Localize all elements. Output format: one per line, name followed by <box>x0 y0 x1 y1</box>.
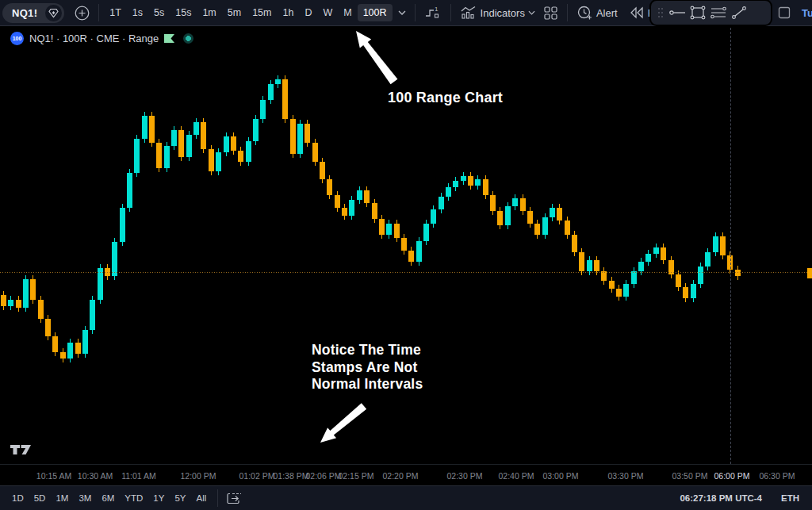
time-label: 02:30 PM <box>447 471 483 481</box>
candle-down <box>304 120 310 147</box>
time-label: 06:00 PM <box>714 471 750 481</box>
candle-down <box>335 191 340 212</box>
candle-up <box>431 205 436 228</box>
timeframe-M[interactable]: M <box>338 4 357 21</box>
candle-down <box>579 248 584 275</box>
timeframe-D[interactable]: D <box>299 4 317 21</box>
timeframe-1s[interactable]: 1s <box>127 4 148 21</box>
timeframe-1T[interactable]: 1T <box>104 4 127 21</box>
market-status-dot-icon[interactable] <box>183 33 193 44</box>
candle-up <box>127 169 132 212</box>
time-label: 10:30 AM <box>78 471 113 481</box>
parallel-channel-tool-icon[interactable] <box>708 2 729 23</box>
candle-down <box>497 207 503 229</box>
annotation-line-2: Stamps Are Not <box>312 359 423 377</box>
candle-down <box>156 139 162 172</box>
timeframe-100R[interactable]: 100R <box>358 4 393 21</box>
symbol-detail-gem-icon[interactable] <box>45 5 62 21</box>
timeframe-15s[interactable]: 15s <box>170 4 197 21</box>
range-bar-style-button[interactable]: 1 <box>420 2 446 24</box>
chart-legend[interactable]: 100 NQ1! · 100R · CME · Range <box>10 32 193 45</box>
timeframe-5s[interactable]: 5s <box>148 4 170 21</box>
candle-down <box>483 175 488 199</box>
candle-down <box>1 291 6 310</box>
candle-up <box>505 202 511 229</box>
candle-down <box>312 139 318 166</box>
square-tool-icon[interactable] <box>774 2 795 24</box>
timeframe-1h[interactable]: 1h <box>278 4 300 21</box>
time-label: 03:50 PM <box>672 471 708 481</box>
candle-up <box>713 232 718 256</box>
candle-down <box>45 315 51 340</box>
timeframe-1m[interactable]: 1m <box>197 4 221 21</box>
indicators-icon <box>460 6 477 21</box>
annotation-line-1: Notice The Time <box>312 342 423 359</box>
toolbar-divider <box>450 4 451 21</box>
alert-button[interactable]: Alert <box>573 2 625 24</box>
indicators-chevron-icon <box>528 10 535 15</box>
range-5Y[interactable]: 5Y <box>170 491 190 505</box>
time-label: 03:00 PM <box>543 471 579 481</box>
legend-title[interactable]: NQ1! · 100R · CME · Range <box>29 33 159 44</box>
time-label: 01:02 PM <box>239 471 275 481</box>
go-to-date-button[interactable] <box>223 487 246 509</box>
clock-label[interactable]: 06:27:18 PM UTC-4 <box>680 493 762 503</box>
tradingview-app: 100 Range Chart Notice The Time Stamps A… <box>0 0 812 510</box>
candle-down <box>676 270 681 291</box>
symbol-search[interactable]: NQ1! <box>2 3 64 23</box>
candle-up <box>349 196 354 220</box>
candle-down <box>16 296 21 312</box>
toolbar-divider <box>567 4 568 21</box>
candle-up <box>23 275 29 312</box>
timeframe-W[interactable]: W <box>317 4 338 21</box>
trend-line-tool-icon[interactable] <box>729 2 749 23</box>
time-label: 03:30 PM <box>608 471 644 481</box>
chart-canvas[interactable] <box>0 0 812 510</box>
candle-up <box>623 280 629 301</box>
timeframe-group: 1T1s5s15s1m5m15m1hDWM100R <box>104 4 392 21</box>
alert-clock-icon <box>576 5 593 21</box>
candle-up <box>82 326 88 358</box>
candle-up <box>193 118 199 139</box>
range-6M[interactable]: 6M <box>98 491 118 505</box>
candle-up <box>357 186 362 204</box>
range-3M[interactable]: 3M <box>75 491 95 505</box>
horizontal-ray-tool-icon[interactable] <box>667 2 688 23</box>
candle-down <box>209 145 214 175</box>
candle-up <box>67 339 73 362</box>
timeframe-15m[interactable]: 15m <box>247 4 277 21</box>
range-All[interactable]: All <box>193 491 211 505</box>
candle-up <box>297 120 303 158</box>
range-5D[interactable]: 5D <box>30 491 50 505</box>
candle-up <box>446 183 451 201</box>
candle-up <box>691 280 696 302</box>
candle-down <box>668 256 674 278</box>
indicators-button[interactable]: Indicators <box>456 2 539 24</box>
range-1D[interactable]: 1D <box>8 491 28 505</box>
flag-icon[interactable] <box>164 34 175 44</box>
bottom-toolbar: 1D5D1M3M6MYTD1Y5YAll 06:27:18 PM UTC-4 E… <box>0 485 812 510</box>
tradingview-watermark-logo[interactable] <box>10 441 32 457</box>
candle-down <box>178 126 184 161</box>
compare-add-button[interactable] <box>71 2 94 24</box>
session-eth-label[interactable]: ETH <box>781 493 799 503</box>
candle-up <box>475 175 481 190</box>
candle-up <box>631 267 637 288</box>
partial-right-label[interactable]: Tu <box>802 7 812 19</box>
timeframe-5m[interactable]: 5m <box>222 4 247 21</box>
timeframe-menu-chevron-icon[interactable] <box>394 2 410 24</box>
range-1M[interactable]: 1M <box>52 491 72 505</box>
panel-drag-handle-icon[interactable] <box>654 2 667 23</box>
symbol-label: NQ1! <box>12 7 37 19</box>
candle-down <box>231 132 236 155</box>
layout-grid-button[interactable] <box>539 2 562 24</box>
range-1Y[interactable]: 1Y <box>149 491 168 505</box>
candle-down <box>408 247 414 266</box>
time-axis[interactable]: 10:15 AM10:30 AM11:01 AM12:00 PM01:02 PM… <box>0 464 812 487</box>
candle-up <box>112 238 117 280</box>
time-label: 02:06 PM <box>306 471 342 481</box>
candle-down <box>394 220 400 242</box>
rectangle-tool-icon[interactable] <box>688 2 708 23</box>
range-YTD[interactable]: YTD <box>121 491 147 505</box>
candle-up <box>268 80 274 104</box>
